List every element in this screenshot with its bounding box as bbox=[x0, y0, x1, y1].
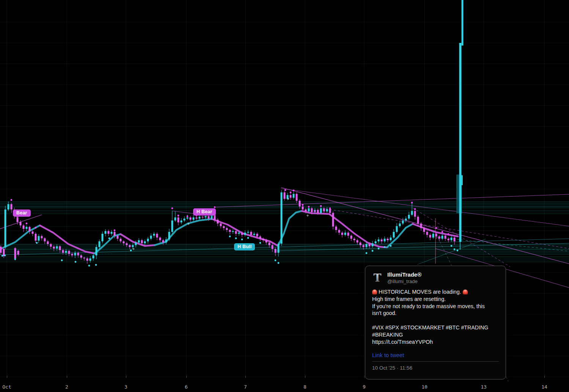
candle-body bbox=[126, 243, 128, 245]
axis-tick bbox=[364, 376, 365, 378]
candle-body bbox=[396, 226, 398, 232]
candle-body bbox=[250, 232, 252, 235]
bull-dot bbox=[2, 255, 3, 257]
bear-dot bbox=[187, 216, 189, 217]
axis-tick bbox=[544, 376, 545, 378]
h-bull-label[interactable]: H Bull bbox=[234, 243, 255, 250]
candle-body bbox=[290, 195, 292, 198]
candle-body bbox=[96, 247, 97, 255]
candle-body bbox=[442, 236, 443, 239]
candle-body bbox=[317, 210, 319, 213]
candle-body bbox=[114, 232, 116, 236]
bear-dot bbox=[414, 208, 416, 210]
candle-body bbox=[247, 232, 249, 233]
candle-body bbox=[187, 217, 189, 219]
candle-body bbox=[357, 240, 358, 242]
axis-date-label: 6 bbox=[185, 384, 188, 390]
spike-bar bbox=[461, 175, 463, 185]
tweet-card[interactable]: T IllumiTrade® @illumi_trade HISTORICAL … bbox=[365, 266, 506, 379]
tweet-link[interactable]: Link to tweet bbox=[372, 352, 499, 358]
candle-body bbox=[351, 236, 352, 239]
candle-body bbox=[272, 245, 273, 249]
bear-dot bbox=[435, 227, 437, 229]
candle-body bbox=[378, 239, 380, 241]
tweet-timestamp: 10 Oct '25 · 11:56 bbox=[372, 365, 499, 371]
bear-dot bbox=[320, 205, 322, 207]
bear-dot bbox=[293, 190, 295, 192]
bull-dot bbox=[229, 236, 231, 238]
candle-body bbox=[448, 239, 450, 240]
candle-body bbox=[80, 255, 82, 258]
candle-body bbox=[256, 234, 258, 236]
h-bear-label[interactable]: H Bear bbox=[193, 208, 216, 216]
candle-body bbox=[29, 227, 31, 231]
bull-dot bbox=[4, 255, 6, 257]
zone-band bbox=[0, 257, 569, 262]
candle-body bbox=[5, 209, 6, 247]
candle-body bbox=[347, 233, 349, 236]
bear-label[interactable]: Bear bbox=[13, 209, 31, 217]
candle-body bbox=[165, 239, 167, 242]
axis-tick bbox=[186, 376, 187, 378]
bull-dot bbox=[451, 245, 453, 247]
candle-body bbox=[184, 219, 185, 220]
candle-body bbox=[205, 216, 207, 217]
bear-dot bbox=[171, 208, 173, 209]
candle-body bbox=[8, 204, 9, 209]
axis-tick bbox=[67, 376, 67, 378]
candle-body bbox=[132, 245, 134, 247]
bear-dot bbox=[284, 189, 286, 191]
axis-tick bbox=[7, 376, 7, 378]
candle-body bbox=[50, 244, 52, 247]
candle-body bbox=[323, 208, 325, 211]
bull-dot bbox=[457, 250, 459, 252]
candle-body bbox=[253, 234, 255, 235]
candle-body bbox=[238, 233, 240, 234]
tweet-author-name: IllumiTrade® bbox=[387, 271, 421, 278]
bear-dot bbox=[178, 215, 179, 217]
bull-dot bbox=[259, 242, 261, 244]
candle-body bbox=[0, 247, 2, 253]
candle-body bbox=[390, 238, 392, 240]
candle-body bbox=[445, 236, 446, 239]
candle-body bbox=[366, 244, 368, 247]
zone-band bbox=[0, 202, 569, 208]
candle-body bbox=[305, 209, 307, 211]
bear-dot bbox=[411, 202, 413, 204]
candle-body bbox=[59, 246, 61, 250]
bull-dot bbox=[130, 250, 132, 252]
candle-body bbox=[159, 238, 161, 240]
candle-body bbox=[217, 220, 219, 224]
candle-body bbox=[11, 204, 13, 209]
candle-body bbox=[14, 248, 16, 258]
candle-body bbox=[326, 209, 328, 211]
candle-body bbox=[99, 241, 101, 247]
candle-body bbox=[432, 234, 434, 238]
tweet-divider bbox=[372, 361, 499, 362]
candle-body bbox=[341, 233, 343, 235]
candle-body bbox=[411, 211, 413, 215]
tweet-text-line: #BREAKING bbox=[372, 331, 499, 338]
candle-body bbox=[111, 232, 113, 234]
svg-text:T: T bbox=[374, 272, 382, 283]
bear-dot bbox=[114, 230, 116, 231]
candle-body bbox=[211, 215, 213, 219]
candle-body bbox=[311, 208, 313, 212]
candle-body bbox=[153, 234, 155, 236]
candle-body bbox=[387, 239, 389, 240]
candle-body bbox=[269, 242, 270, 245]
bull-dot bbox=[95, 264, 97, 266]
candle-body bbox=[454, 238, 456, 241]
bull-dot bbox=[36, 242, 38, 244]
bull-dot bbox=[384, 246, 386, 248]
candle-body bbox=[135, 242, 137, 245]
bull-dot bbox=[14, 258, 16, 260]
candle-body bbox=[393, 232, 395, 238]
bull-dot bbox=[378, 248, 380, 250]
candle-body bbox=[278, 244, 280, 253]
zone-band bbox=[0, 210, 569, 214]
candle-body bbox=[360, 242, 362, 245]
candle-body bbox=[408, 215, 410, 219]
dashed-trendline[interactable] bbox=[325, 209, 569, 249]
bear-dot bbox=[308, 206, 310, 208]
